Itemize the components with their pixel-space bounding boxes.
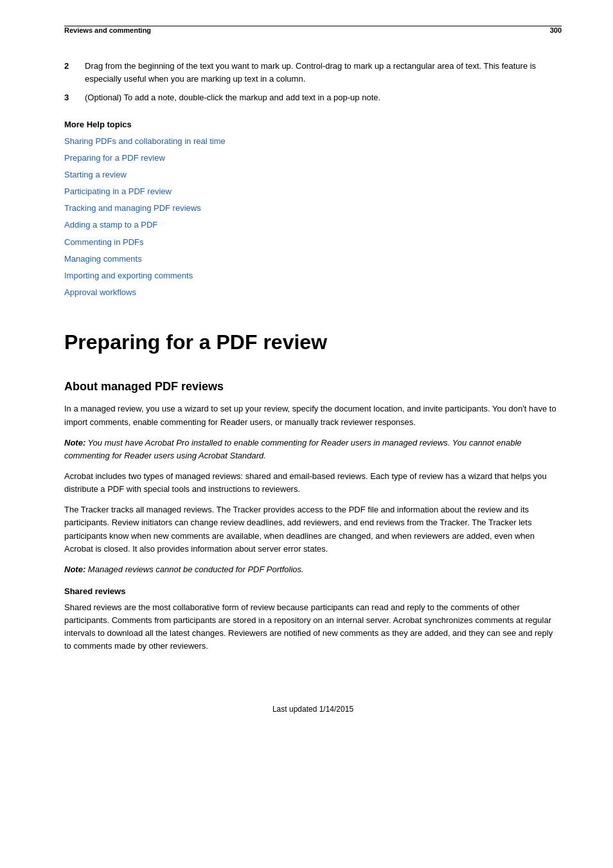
help-link-managing[interactable]: Managing comments xyxy=(64,253,562,265)
help-link-stamp[interactable]: Adding a stamp to a PDF xyxy=(64,219,562,231)
section-para-note-2: Note: Managed reviews cannot be conducte… xyxy=(64,563,562,576)
subsection-title: Shared reviews xyxy=(64,586,562,596)
help-link-approval[interactable]: Approval workflows xyxy=(64,287,562,298)
step-item-3: 3 (Optional) To add a note, double-click… xyxy=(64,91,562,104)
chapter-title: Preparing for a PDF review xyxy=(64,324,562,354)
page-number: 300 xyxy=(550,26,562,34)
help-link-importing[interactable]: Importing and exporting comments xyxy=(64,270,562,282)
page-header: Reviews and commenting 300 xyxy=(64,26,562,41)
step-item-2: 2 Drag from the beginning of the text yo… xyxy=(64,60,562,85)
step-number-3: 3 xyxy=(64,91,77,104)
help-link-participating[interactable]: Participating in a PDF review xyxy=(64,186,562,197)
section-para-note-1: Note: You must have Acrobat Pro installe… xyxy=(64,437,562,462)
help-link-starting[interactable]: Starting a review xyxy=(64,169,562,181)
section-para-2: Acrobat includes two types of managed re… xyxy=(64,470,562,496)
note-bold-1: Note: xyxy=(64,438,85,448)
note-bold-2: Note: xyxy=(64,565,85,574)
note-text-2: Managed reviews cannot be conducted for … xyxy=(88,565,304,574)
note-text-1: You must have Acrobat Pro installed to e… xyxy=(64,438,522,460)
section-para-1: In a managed review, you use a wizard to… xyxy=(64,402,562,428)
more-help-title: More Help topics xyxy=(64,120,562,129)
page-container: Reviews and commenting 300 2 Drag from t… xyxy=(0,0,613,868)
section-para-3: The Tracker tracks all managed reviews. … xyxy=(64,503,562,556)
header-topic: Reviews and commenting xyxy=(64,26,151,34)
step-number-2: 2 xyxy=(64,60,77,85)
section-title: About managed PDF reviews xyxy=(64,380,562,393)
help-link-sharing[interactable]: Sharing PDFs and collaborating in real t… xyxy=(64,136,562,147)
footer: Last updated 1/14/2015 xyxy=(64,691,562,714)
help-link-tracking[interactable]: Tracking and managing PDF reviews xyxy=(64,203,562,214)
subsection-text: Shared reviews are the most collaborativ… xyxy=(64,601,562,653)
step-list: 2 Drag from the beginning of the text yo… xyxy=(64,60,562,104)
step-text-2: Drag from the beginning of the text you … xyxy=(85,60,562,85)
more-help-section: More Help topics Sharing PDFs and collab… xyxy=(64,120,562,299)
step-text-3: (Optional) To add a note, double-click t… xyxy=(85,91,562,104)
footer-text: Last updated 1/14/2015 xyxy=(272,705,353,714)
help-link-preparing[interactable]: Preparing for a PDF review xyxy=(64,152,562,164)
help-link-commenting[interactable]: Commenting in PDFs xyxy=(64,237,562,248)
